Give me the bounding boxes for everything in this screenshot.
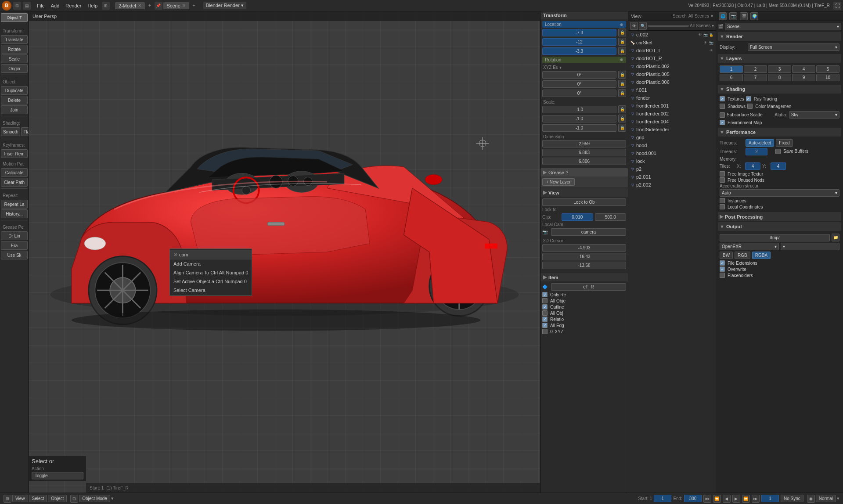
render-section[interactable]: ▼ Render — [718, 32, 841, 41]
prev-frame-btn[interactable]: ⏪ — [713, 495, 721, 503]
obj-frontfender-002[interactable]: ▽ frontfender.002 — [628, 110, 716, 118]
workspace-icon[interactable]: ⊞ — [13, 2, 21, 10]
obj-lock[interactable]: ▽ lock — [628, 157, 716, 165]
maximize-btn[interactable]: ⛶ — [833, 2, 841, 10]
clip-end-field[interactable]: 500.0 — [595, 213, 627, 221]
rgb-btn[interactable]: RGB — [735, 252, 750, 259]
layer-10[interactable]: 10 — [816, 74, 839, 81]
local-coord-check[interactable] — [720, 204, 725, 209]
layer-8[interactable]: 8 — [768, 74, 791, 81]
context-item-select-camera[interactable]: Select Camera — [170, 286, 252, 295]
search-btn[interactable]: 🔍 — [639, 22, 647, 30]
current-frame-field[interactable]: 1 — [761, 495, 779, 502]
obj-p2-002[interactable]: ▽ p2.002 — [628, 181, 716, 189]
obj-frontfender-004[interactable]: ▽ frontfender.004 — [628, 118, 716, 126]
obj-f001[interactable]: ▽ f.001 — [628, 86, 716, 94]
output-section[interactable]: ▼ Output — [718, 222, 841, 231]
obj-c002[interactable]: ▽ c.002 👁 📷 🔒 — [628, 31, 716, 39]
lock-icon[interactable]: 🔒 — [709, 32, 714, 37]
play-btn[interactable]: ▶ — [732, 495, 740, 503]
loc-z-field[interactable]: -3.3 — [542, 47, 616, 55]
display-dropdown[interactable]: Full Screen ▾ — [748, 43, 839, 51]
repeat-last-btn[interactable]: Repeat La — [1, 200, 28, 209]
shading-section[interactable]: ▼ Shading — [718, 85, 841, 94]
tab-2model[interactable]: 2-Model ✕ — [115, 2, 145, 9]
output-browse-btn[interactable]: 📁 — [832, 234, 839, 241]
rot-x-lock[interactable]: 🔒 — [618, 71, 626, 79]
obj-doorplastic-002[interactable]: ▽ doorPlastic.002 — [628, 62, 716, 70]
add-menu[interactable]: Add — [48, 2, 62, 9]
obj-frontsidefender[interactable]: ▽ frontSidefender — [628, 126, 716, 133]
new-scene-btn[interactable]: + — [190, 2, 198, 9]
shadows-check[interactable] — [720, 104, 725, 109]
obj-grip[interactable]: ▽ grip — [628, 133, 716, 141]
history-btn[interactable]: History... — [1, 209, 28, 218]
textures-check[interactable] — [720, 96, 725, 101]
auto-dropdown[interactable]: Auto ▾ — [720, 189, 839, 197]
inser-rem-btn[interactable]: Inser Rem — [1, 149, 28, 158]
eye-icon-2[interactable]: 👁 — [703, 40, 708, 45]
next-frame-btn[interactable]: ⏩ — [742, 495, 750, 503]
rot-z-field[interactable]: 0° — [542, 90, 616, 97]
search-field[interactable] — [648, 25, 689, 27]
eye-icon[interactable]: 👁 — [697, 32, 702, 37]
threads-val-field[interactable]: 2 — [746, 148, 767, 155]
layer-5[interactable]: 5 — [816, 65, 839, 73]
view-btn[interactable]: 👁 — [630, 22, 638, 30]
dr-lin-btn[interactable]: Dr Lin — [1, 231, 28, 240]
tiles-x-field[interactable]: 4 — [745, 162, 760, 170]
obj-doorbot-l[interactable]: ▽ doorBOT_L 👁 — [628, 47, 716, 54]
flat-btn[interactable]: Flat — [21, 127, 29, 136]
obj-fender[interactable]: ▽ fender — [628, 94, 716, 102]
rot-y-lock[interactable]: 🔒 — [618, 80, 626, 88]
render-props-tab[interactable]: 📷 — [729, 12, 737, 20]
obj-mode-icon[interactable]: ⊡ — [70, 495, 78, 503]
format-dropdown-2[interactable]: ▾ — [781, 243, 840, 250]
layer-7[interactable]: 7 — [744, 74, 767, 81]
prev-start-btn[interactable]: ⏮ — [703, 495, 711, 503]
g-xyz-check[interactable] — [542, 329, 548, 334]
dim-y-field[interactable]: 6.883 — [542, 149, 626, 156]
layer-2[interactable]: 2 — [744, 65, 767, 73]
play-reverse-btn[interactable]: ◀ — [723, 495, 731, 503]
cursor-y-field[interactable]: -16.43 — [542, 253, 626, 260]
world-tab-btn[interactable]: 🌍 — [750, 12, 758, 20]
smooth-btn[interactable]: Smooth — [1, 127, 20, 136]
instances-check[interactable] — [720, 198, 725, 203]
loc-x-lock[interactable]: 🔒 — [618, 29, 626, 36]
overwrite-check[interactable] — [720, 266, 725, 272]
sky-dropdown[interactable]: Sky ▾ — [789, 111, 839, 119]
shading-mode-btn[interactable]: Normal — [816, 495, 836, 502]
layer-4[interactable]: 4 — [792, 65, 815, 73]
scene-selector[interactable]: Scene ▾ — [725, 23, 841, 30]
render-engine-selector[interactable]: Blender Render ▾ — [203, 2, 246, 9]
obj-p2-001[interactable]: ▽ p2.001 — [628, 173, 716, 181]
clear-path-btn[interactable]: Clear Path — [1, 178, 28, 187]
output-path-field[interactable]: /tmp/ — [720, 234, 830, 241]
tab-pin-icon[interactable]: 📌 — [155, 2, 162, 10]
help-menu[interactable]: Help — [85, 2, 100, 9]
relation-check[interactable] — [542, 317, 548, 322]
auto-detect-btn[interactable]: Auto-detect — [746, 139, 774, 147]
context-item-add-camera[interactable]: Add Camera — [170, 259, 252, 268]
next-end-btn[interactable]: ⏭ — [752, 495, 760, 503]
mode-icon[interactable]: ⊞ — [4, 495, 11, 503]
no-sync-btn[interactable]: No Sync — [781, 495, 803, 502]
obj-doorplastic-005[interactable]: ▽ doorPlastic.005 — [628, 70, 716, 78]
obj-hood[interactable]: ▽ hood — [628, 141, 716, 149]
obj-carskel[interactable]: 🦴 carSkel 👁 📷 — [628, 39, 716, 47]
scene-tab-btn[interactable]: 🎬 — [740, 12, 748, 20]
use-sk-btn[interactable]: Use Sk — [1, 251, 28, 259]
object-bottom-btn[interactable]: Object — [48, 495, 67, 502]
ray-tracing-check[interactable] — [746, 96, 751, 101]
rot-y-field[interactable]: 0° — [542, 80, 616, 88]
layers-section[interactable]: ▼ Layers — [718, 54, 841, 63]
scale-x-field[interactable]: -1.0 — [542, 106, 616, 113]
outline-check[interactable] — [542, 304, 548, 310]
layer-9[interactable]: 9 — [792, 74, 815, 81]
save-buffers-check[interactable] — [775, 149, 781, 154]
frame-end-field[interactable]: 300 — [684, 495, 702, 502]
file-menu[interactable]: File — [34, 2, 47, 9]
rot-x-field[interactable]: 0° — [542, 71, 616, 79]
free-image-check[interactable] — [720, 171, 725, 176]
